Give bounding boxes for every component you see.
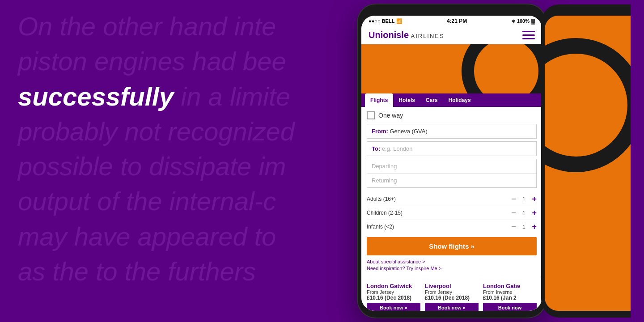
- infants-count: 1: [520, 224, 527, 230]
- tab-holidays[interactable]: Holidays: [443, 93, 476, 107]
- children-label: Children (2-15): [367, 210, 402, 216]
- from-value: Geneva (GVA): [390, 128, 427, 135]
- dest-card-2: London Gatw From Inverne £10.16 (Jan 2 B…: [483, 283, 537, 311]
- phone-device: ●●○○ BELL 📶 4:21 PM ∗ 100% ▓ Unionisle A…: [349, 0, 555, 322]
- children-row: Children (2-15) − 1 +: [367, 206, 537, 220]
- adults-controls: − 1 +: [511, 195, 537, 203]
- dest-card-0: London Gatwick From Jersey £10.16 (Dec 2…: [367, 283, 420, 311]
- logo-type: AIRLINES: [411, 33, 444, 39]
- decorative-circle-right: [545, 38, 631, 172]
- from-label: From:: [372, 128, 388, 135]
- dest-from-0: From Jersey: [367, 289, 420, 295]
- wifi-icon: 📶: [396, 18, 402, 24]
- decorative-circle: [462, 44, 542, 93]
- date-inputs: Departing Returning: [367, 159, 537, 188]
- hamburger-line-3: [522, 38, 535, 39]
- bluetooth-icon: ∗: [511, 18, 515, 24]
- battery-text: 100%: [517, 18, 530, 24]
- status-right: ∗ 100% ▓: [511, 18, 535, 24]
- children-controls: − 1 +: [511, 209, 537, 217]
- passengers-section: Adults (16+) − 1 + Children (2-15) − 1 +: [367, 192, 537, 233]
- hamburger-line-1: [522, 31, 535, 32]
- infants-label: Infants (<2): [367, 224, 394, 230]
- to-label: To:: [372, 145, 380, 152]
- special-assistance-link[interactable]: About special assistance >: [367, 259, 537, 264]
- book-button-0[interactable]: Book now »: [367, 303, 420, 311]
- orange-banner: [361, 44, 542, 93]
- status-time: 4:21 PM: [447, 18, 467, 24]
- inspire-me-link[interactable]: Need inspiration? Try inspire Me >: [367, 266, 537, 271]
- infants-plus-button[interactable]: +: [532, 223, 537, 231]
- dest-from-1: From Jersey: [425, 289, 479, 295]
- infants-controls: − 1 +: [511, 223, 537, 231]
- dest-price-2: £10.16 (Jan 2: [483, 295, 537, 301]
- book-button-2[interactable]: Book now: [483, 303, 537, 311]
- dest-city-0: London Gatwick: [367, 283, 420, 289]
- show-flights-button[interactable]: Show flights »: [367, 237, 537, 255]
- infants-row: Infants (<2) − 1 +: [367, 220, 537, 233]
- app-header: Unionisle AIRLINES: [361, 26, 542, 44]
- adults-plus-button[interactable]: +: [532, 195, 537, 203]
- logo-brand: Unionisle: [369, 30, 409, 40]
- navigation-tabs: Flights Hotels Cars Holidays: [361, 93, 542, 107]
- signal-text: ●●○○ BELL: [369, 18, 394, 24]
- dest-city-1: Liverpool: [425, 283, 479, 289]
- children-count: 1: [520, 210, 527, 216]
- destination-cards: London Gatwick From Jersey £10.16 (Dec 2…: [361, 277, 542, 311]
- departing-field[interactable]: Departing: [367, 159, 536, 174]
- from-input[interactable]: From: Geneva (GVA): [367, 124, 537, 139]
- children-plus-button[interactable]: +: [532, 209, 537, 217]
- to-input[interactable]: To: e.g. London: [367, 141, 537, 156]
- tab-hotels[interactable]: Hotels: [393, 93, 420, 107]
- adults-label: Adults (16+): [367, 196, 396, 202]
- battery-icon: ▓: [531, 18, 535, 24]
- dest-price-0: £10.16 (Dec 2018): [367, 295, 420, 301]
- status-left: ●●○○ BELL 📶: [369, 18, 402, 24]
- tab-cars[interactable]: Cars: [420, 93, 443, 107]
- one-way-label: One way: [378, 112, 403, 119]
- status-bar: ●●○○ BELL 📶 4:21 PM ∗ 100% ▓: [361, 16, 542, 26]
- adults-minus-button[interactable]: −: [511, 195, 516, 203]
- children-minus-button[interactable]: −: [511, 209, 516, 217]
- infants-minus-button[interactable]: −: [511, 223, 516, 231]
- phone-screen: ●●○○ BELL 📶 4:21 PM ∗ 100% ▓ Unionisle A…: [361, 16, 542, 311]
- tab-flights[interactable]: Flights: [365, 93, 393, 107]
- phone-screen-right: [545, 16, 631, 311]
- phone-frame: ●●○○ BELL 📶 4:21 PM ∗ 100% ▓ Unionisle A…: [358, 4, 546, 318]
- logo: Unionisle AIRLINES: [369, 30, 445, 40]
- book-button-1[interactable]: Book now »: [425, 303, 479, 311]
- adults-count: 1: [520, 196, 527, 203]
- dest-price-1: £10.16 (Dec 2018): [425, 295, 479, 301]
- dest-card-1: Liverpool From Jersey £10.16 (Dec 2018) …: [425, 283, 479, 311]
- dest-from-2: From Inverne: [483, 289, 537, 295]
- phone-device-right: [541, 4, 631, 318]
- to-placeholder: e.g. London: [382, 145, 413, 152]
- returning-field[interactable]: Returning: [367, 174, 536, 187]
- adults-row: Adults (16+) − 1 +: [367, 192, 537, 206]
- hamburger-line-2: [522, 34, 535, 36]
- one-way-row: One way: [367, 111, 537, 119]
- one-way-checkbox[interactable]: [367, 111, 375, 119]
- dest-city-2: London Gatw: [483, 283, 537, 289]
- search-form: One way From: Geneva (GVA) To: e.g. Lond…: [361, 107, 542, 277]
- menu-button[interactable]: [522, 31, 535, 39]
